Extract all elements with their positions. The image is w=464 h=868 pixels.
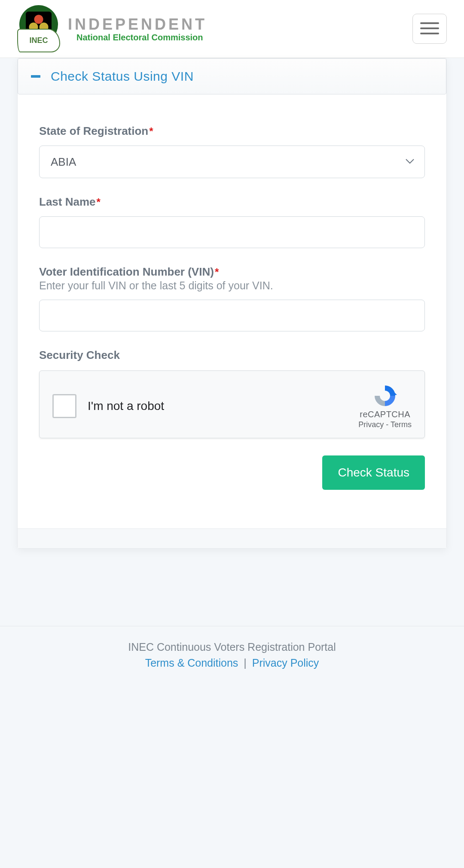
vin-input[interactable] <box>39 300 425 331</box>
required-mark: * <box>215 266 219 278</box>
brand-subtitle: National Electoral Commission <box>68 33 207 42</box>
footer-text: INEC Continuous Voters Registration Port… <box>17 641 447 653</box>
logo-text: INEC <box>17 29 60 52</box>
svg-marker-3 <box>393 391 397 395</box>
recaptcha-widget: I'm not a robot reCAPTCHA <box>39 370 425 438</box>
page-footer: INEC Continuous Voters Registration Port… <box>0 626 464 695</box>
state-label: State of Registration <box>39 124 148 137</box>
privacy-link[interactable]: Privacy Policy <box>252 657 319 669</box>
recaptcha-terms-link[interactable]: Terms <box>391 420 412 429</box>
required-mark: * <box>149 125 153 137</box>
recaptcha-privacy-link[interactable]: Privacy <box>358 420 384 429</box>
required-mark: * <box>97 196 101 208</box>
field-vin: Voter Identification Number (VIN)* Enter… <box>39 265 425 331</box>
accordion-title: Check Status Using VIN <box>51 69 194 84</box>
menu-toggle-button[interactable] <box>412 14 447 44</box>
hamburger-icon <box>420 21 439 37</box>
check-status-button[interactable]: Check Status <box>322 455 425 490</box>
brand[interactable]: INEC INDEPENDENT National Electoral Comm… <box>17 5 207 52</box>
footer-separator: | <box>244 657 247 669</box>
field-security: Security Check I'm not a robot <box>39 349 425 438</box>
recaptcha-checkbox[interactable] <box>52 394 76 418</box>
last-name-label: Last Name <box>39 195 96 208</box>
field-state: State of Registration* ABIA <box>39 124 425 178</box>
minus-icon <box>31 75 40 78</box>
field-last-name: Last Name* <box>39 195 425 248</box>
accordion-header-vin[interactable]: Check Status Using VIN <box>18 58 446 94</box>
card-footer <box>18 528 446 548</box>
recaptcha-brand: reCAPTCHA <box>360 410 410 419</box>
brand-text: INDEPENDENT National Electoral Commissio… <box>68 15 207 42</box>
inec-logo: INEC <box>17 5 60 52</box>
vin-hint: Enter your full VIN or the last 5 digits… <box>39 279 425 292</box>
status-card: Check Status Using VIN State of Registra… <box>17 58 447 549</box>
state-select[interactable]: ABIA <box>39 146 425 178</box>
vin-label: Voter Identification Number (VIN) <box>39 265 214 278</box>
last-name-input[interactable] <box>39 216 425 248</box>
recaptcha-icon <box>372 383 398 409</box>
recaptcha-label: I'm not a robot <box>88 399 164 413</box>
navbar: INEC INDEPENDENT National Electoral Comm… <box>0 0 464 58</box>
terms-link[interactable]: Terms & Conditions <box>145 657 238 669</box>
brand-title: INDEPENDENT <box>68 15 207 33</box>
security-label: Security Check <box>39 349 120 361</box>
